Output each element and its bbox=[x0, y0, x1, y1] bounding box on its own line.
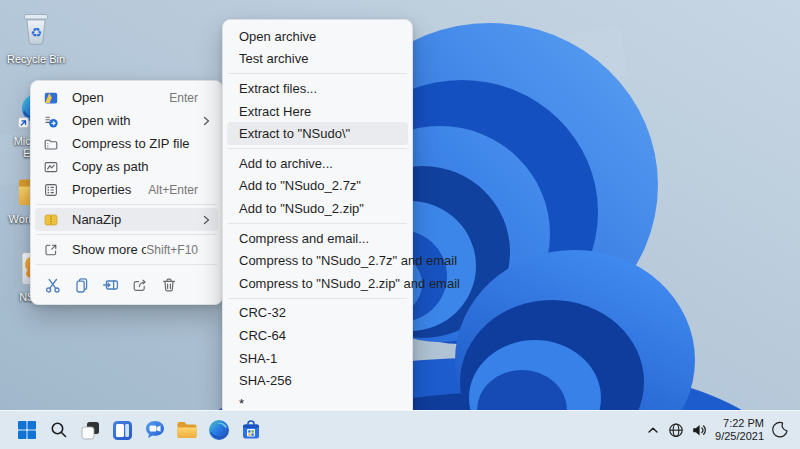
taskbar-buttons bbox=[0, 417, 264, 444]
menu-item-properties[interactable]: Properties Alt+Enter bbox=[35, 178, 218, 201]
chevron-right-icon bbox=[200, 115, 212, 127]
submenu-item-add-to-zip[interactable]: Add to "NSudo_2.zip" bbox=[227, 197, 408, 220]
submenu-item-compress-zip-email[interactable]: Compress to "NSudo_2.zip" and email bbox=[227, 272, 408, 295]
properties-icon bbox=[43, 182, 59, 198]
desktop-icon-recycle-bin[interactable]: ♻ Recycle Bin bbox=[4, 6, 68, 84]
submenu-item-compress-and-email[interactable]: Compress and email... bbox=[227, 227, 408, 250]
edge-button[interactable] bbox=[205, 417, 232, 444]
submenu-item-test-archive[interactable]: Test archive bbox=[227, 48, 408, 71]
submenu-item-add-to-7z[interactable]: Add to "NSudo_2.7z" bbox=[227, 175, 408, 198]
volume-icon[interactable] bbox=[689, 420, 709, 440]
submenu-item-extract-here[interactable]: Extract Here bbox=[227, 100, 408, 123]
nanazip-file-icon bbox=[43, 90, 59, 106]
submenu-item-crc-64[interactable]: CRC-64 bbox=[227, 324, 408, 347]
menu-separator bbox=[228, 298, 407, 299]
submenu-item-crc-32[interactable]: CRC-32 bbox=[227, 302, 408, 325]
submenu-item-open-archive[interactable]: Open archive bbox=[227, 25, 408, 48]
network-icon[interactable] bbox=[666, 420, 686, 440]
menu-separator bbox=[228, 223, 407, 224]
store-button[interactable] bbox=[237, 417, 264, 444]
menu-separator bbox=[228, 73, 407, 74]
widgets-button[interactable] bbox=[109, 417, 136, 444]
submenu-item-compress-7z-email[interactable]: Compress to "NSudo_2.7z" and email bbox=[227, 249, 408, 272]
submenu-item-add-to-archive[interactable]: Add to archive... bbox=[227, 152, 408, 175]
copy-icon[interactable] bbox=[68, 272, 96, 298]
menu-separator bbox=[36, 204, 217, 205]
chat-button[interactable] bbox=[141, 417, 168, 444]
menu-item-open-with[interactable]: Open with bbox=[35, 109, 218, 132]
focus-assist-icon[interactable] bbox=[770, 420, 790, 440]
recycle-bin-icon: ♻ bbox=[16, 6, 56, 50]
quick-actions-row bbox=[35, 268, 218, 299]
search-button[interactable] bbox=[45, 417, 72, 444]
menu-separator bbox=[228, 148, 407, 149]
menu-item-nanazip[interactable]: NanaZip bbox=[35, 208, 218, 231]
task-view-button[interactable] bbox=[77, 417, 104, 444]
submenu-item-extract-to-nsudo[interactable]: Extract to "NSudo\" bbox=[227, 122, 408, 145]
chevron-right-icon bbox=[200, 214, 212, 226]
menu-item-copy-as-path[interactable]: Copy as path bbox=[35, 155, 218, 178]
rename-icon[interactable] bbox=[97, 272, 125, 298]
nanazip-app-icon bbox=[43, 212, 59, 228]
menu-item-open[interactable]: Open Enter bbox=[35, 86, 218, 109]
nanazip-submenu: Open archive Test archive Extract files.… bbox=[222, 19, 413, 421]
submenu-item-extract-files[interactable]: Extract files... bbox=[227, 77, 408, 100]
submenu-item-sha-256[interactable]: SHA-256 bbox=[227, 369, 408, 392]
copy-as-path-icon bbox=[43, 159, 59, 175]
cut-icon[interactable] bbox=[39, 272, 67, 298]
system-tray: 7:22 PM 9/25/2021 bbox=[643, 417, 800, 444]
svg-text:♻: ♻ bbox=[30, 25, 42, 40]
menu-separator bbox=[36, 264, 217, 265]
menu-separator bbox=[36, 234, 217, 235]
share-icon[interactable] bbox=[126, 272, 154, 298]
zip-folder-icon bbox=[43, 136, 59, 152]
menu-item-show-more-options[interactable]: Show more options Shift+F10 bbox=[35, 238, 218, 261]
chevron-up-icon[interactable] bbox=[643, 420, 663, 440]
taskbar-clock[interactable]: 7:22 PM 9/25/2021 bbox=[715, 417, 764, 444]
windows-desktop: ♻ Recycle Bin Microsoft Edge bbox=[0, 0, 800, 449]
open-with-icon bbox=[43, 113, 59, 129]
menu-item-compress-to-zip[interactable]: Compress to ZIP file bbox=[35, 132, 218, 155]
file-explorer-button[interactable] bbox=[173, 417, 200, 444]
tray-date: 9/25/2021 bbox=[715, 430, 764, 444]
submenu-item-sha-1[interactable]: SHA-1 bbox=[227, 347, 408, 370]
delete-icon[interactable] bbox=[155, 272, 183, 298]
start-button[interactable] bbox=[13, 417, 40, 444]
taskbar: 7:22 PM 9/25/2021 bbox=[0, 410, 800, 449]
show-more-options-icon bbox=[43, 242, 59, 258]
desktop-icon-label: Recycle Bin bbox=[7, 53, 65, 65]
context-menu: Open Enter Open with bbox=[30, 80, 223, 305]
tray-time: 7:22 PM bbox=[723, 417, 764, 431]
